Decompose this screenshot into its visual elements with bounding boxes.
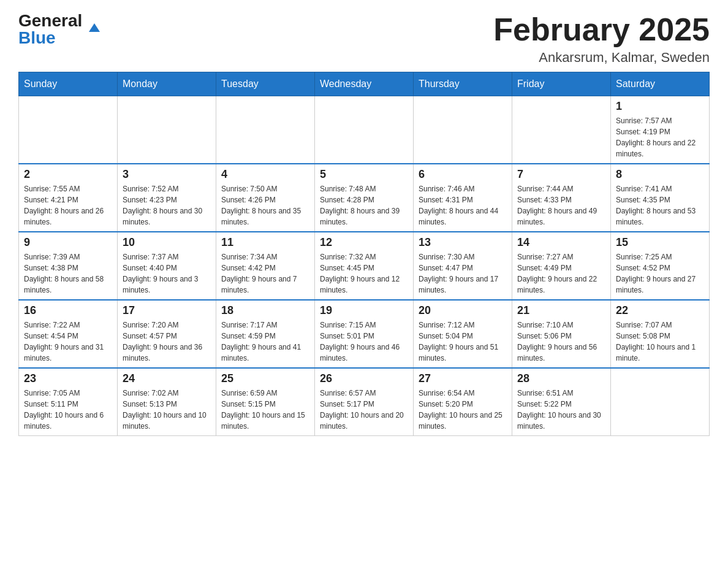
calendar-cell: 14Sunrise: 7:27 AMSunset: 4:49 PMDayligh… <box>512 232 611 300</box>
day-number: 14 <box>517 236 605 249</box>
day-info: Sunrise: 7:17 AMSunset: 4:59 PMDaylight:… <box>221 320 309 364</box>
page-header: General Blue February 2025 Ankarsrum, Ka… <box>18 12 710 66</box>
day-number: 16 <box>24 304 112 317</box>
day-number: 9 <box>24 236 112 249</box>
calendar-cell <box>512 96 611 164</box>
logo: General Blue <box>18 12 88 47</box>
calendar-cell: 3Sunrise: 7:52 AMSunset: 4:23 PMDaylight… <box>118 164 216 232</box>
calendar-cell: 11Sunrise: 7:34 AMSunset: 4:42 PMDayligh… <box>216 232 315 300</box>
logo-blue-text: Blue <box>18 29 56 47</box>
calendar-cell <box>216 96 315 164</box>
day-info: Sunrise: 6:51 AMSunset: 5:22 PMDaylight:… <box>517 388 605 432</box>
day-info: Sunrise: 7:30 AMSunset: 4:47 PMDaylight:… <box>419 251 507 296</box>
day-info: Sunrise: 7:41 AMSunset: 4:35 PMDaylight:… <box>616 183 704 228</box>
calendar-cell: 7Sunrise: 7:44 AMSunset: 4:33 PMDaylight… <box>512 164 611 232</box>
location-text: Ankarsrum, Kalmar, Sweden <box>493 50 710 66</box>
calendar-cell: 18Sunrise: 7:17 AMSunset: 4:59 PMDayligh… <box>216 300 315 368</box>
svg-marker-0 <box>89 23 100 32</box>
day-number: 3 <box>123 168 211 181</box>
day-number: 10 <box>123 236 211 249</box>
calendar-cell: 17Sunrise: 7:20 AMSunset: 4:57 PMDayligh… <box>118 300 216 368</box>
calendar-cell: 9Sunrise: 7:39 AMSunset: 4:38 PMDaylight… <box>19 232 118 300</box>
day-number: 12 <box>320 236 408 249</box>
calendar-cell: 23Sunrise: 7:05 AMSunset: 5:11 PMDayligh… <box>19 368 118 436</box>
day-info: Sunrise: 7:57 AMSunset: 4:19 PMDaylight:… <box>616 115 704 159</box>
day-number: 2 <box>24 168 112 181</box>
day-number: 8 <box>616 168 704 181</box>
day-number: 23 <box>24 372 112 385</box>
day-info: Sunrise: 7:25 AMSunset: 4:52 PMDaylight:… <box>616 251 704 296</box>
calendar-cell: 4Sunrise: 7:50 AMSunset: 4:26 PMDaylight… <box>216 164 315 232</box>
weekday-header-tuesday: Tuesday <box>216 72 315 96</box>
calendar-cell: 2Sunrise: 7:55 AMSunset: 4:21 PMDaylight… <box>19 164 118 232</box>
day-number: 17 <box>123 304 211 317</box>
calendar-cell: 8Sunrise: 7:41 AMSunset: 4:35 PMDaylight… <box>611 164 710 232</box>
calendar-cell: 27Sunrise: 6:54 AMSunset: 5:20 PMDayligh… <box>414 368 512 436</box>
day-info: Sunrise: 7:22 AMSunset: 4:54 PMDaylight:… <box>24 320 112 364</box>
calendar-cell: 22Sunrise: 7:07 AMSunset: 5:08 PMDayligh… <box>611 300 710 368</box>
day-info: Sunrise: 7:55 AMSunset: 4:21 PMDaylight:… <box>24 183 112 228</box>
day-info: Sunrise: 7:52 AMSunset: 4:23 PMDaylight:… <box>123 183 211 228</box>
day-number: 13 <box>419 236 507 249</box>
day-info: Sunrise: 7:39 AMSunset: 4:38 PMDaylight:… <box>24 251 112 296</box>
day-number: 6 <box>419 168 507 181</box>
day-number: 20 <box>419 304 507 317</box>
day-info: Sunrise: 6:59 AMSunset: 5:15 PMDaylight:… <box>221 388 309 432</box>
calendar-cell: 5Sunrise: 7:48 AMSunset: 4:28 PMDaylight… <box>315 164 414 232</box>
logo-triangle-icon <box>88 21 101 34</box>
weekday-header-row: SundayMondayTuesdayWednesdayThursdayFrid… <box>19 72 710 96</box>
day-number: 5 <box>320 168 408 181</box>
calendar-week-row: 1Sunrise: 7:57 AMSunset: 4:19 PMDaylight… <box>19 96 710 164</box>
calendar-cell <box>611 368 710 436</box>
calendar-cell <box>315 96 414 164</box>
calendar-cell: 19Sunrise: 7:15 AMSunset: 5:01 PMDayligh… <box>315 300 414 368</box>
day-info: Sunrise: 7:27 AMSunset: 4:49 PMDaylight:… <box>517 251 605 296</box>
day-number: 26 <box>320 372 408 385</box>
calendar-cell: 20Sunrise: 7:12 AMSunset: 5:04 PMDayligh… <box>414 300 512 368</box>
calendar-week-row: 2Sunrise: 7:55 AMSunset: 4:21 PMDaylight… <box>19 164 710 232</box>
day-number: 4 <box>221 168 309 181</box>
day-info: Sunrise: 7:44 AMSunset: 4:33 PMDaylight:… <box>517 183 605 228</box>
day-info: Sunrise: 7:05 AMSunset: 5:11 PMDaylight:… <box>24 388 112 432</box>
calendar-cell: 10Sunrise: 7:37 AMSunset: 4:40 PMDayligh… <box>118 232 216 300</box>
weekday-header-thursday: Thursday <box>414 72 512 96</box>
weekday-header-monday: Monday <box>118 72 216 96</box>
calendar-cell: 15Sunrise: 7:25 AMSunset: 4:52 PMDayligh… <box>611 232 710 300</box>
calendar-cell: 6Sunrise: 7:46 AMSunset: 4:31 PMDaylight… <box>414 164 512 232</box>
day-info: Sunrise: 6:54 AMSunset: 5:20 PMDaylight:… <box>419 388 507 432</box>
day-number: 19 <box>320 304 408 317</box>
day-number: 22 <box>616 304 704 317</box>
calendar-cell: 25Sunrise: 6:59 AMSunset: 5:15 PMDayligh… <box>216 368 315 436</box>
day-number: 1 <box>616 100 704 113</box>
day-info: Sunrise: 7:15 AMSunset: 5:01 PMDaylight:… <box>320 320 408 364</box>
day-number: 27 <box>419 372 507 385</box>
weekday-header-saturday: Saturday <box>611 72 710 96</box>
day-number: 11 <box>221 236 309 249</box>
day-info: Sunrise: 6:57 AMSunset: 5:17 PMDaylight:… <box>320 388 408 432</box>
title-section: February 2025 Ankarsrum, Kalmar, Sweden <box>493 12 710 66</box>
calendar-cell <box>19 96 118 164</box>
calendar-cell <box>414 96 512 164</box>
day-number: 24 <box>123 372 211 385</box>
weekday-header-sunday: Sunday <box>19 72 118 96</box>
day-info: Sunrise: 7:10 AMSunset: 5:06 PMDaylight:… <box>517 320 605 364</box>
weekday-header-friday: Friday <box>512 72 611 96</box>
day-info: Sunrise: 7:07 AMSunset: 5:08 PMDaylight:… <box>616 320 704 364</box>
calendar-cell: 12Sunrise: 7:32 AMSunset: 4:45 PMDayligh… <box>315 232 414 300</box>
calendar-cell <box>118 96 216 164</box>
calendar-cell: 26Sunrise: 6:57 AMSunset: 5:17 PMDayligh… <box>315 368 414 436</box>
calendar-cell: 16Sunrise: 7:22 AMSunset: 4:54 PMDayligh… <box>19 300 118 368</box>
calendar-cell: 24Sunrise: 7:02 AMSunset: 5:13 PMDayligh… <box>118 368 216 436</box>
day-info: Sunrise: 7:02 AMSunset: 5:13 PMDaylight:… <box>123 388 211 432</box>
day-number: 18 <box>221 304 309 317</box>
day-number: 15 <box>616 236 704 249</box>
calendar-week-row: 23Sunrise: 7:05 AMSunset: 5:11 PMDayligh… <box>19 368 710 436</box>
calendar-cell: 28Sunrise: 6:51 AMSunset: 5:22 PMDayligh… <box>512 368 611 436</box>
month-title: February 2025 <box>493 12 710 47</box>
day-info: Sunrise: 7:34 AMSunset: 4:42 PMDaylight:… <box>221 251 309 296</box>
day-info: Sunrise: 7:12 AMSunset: 5:04 PMDaylight:… <box>419 320 507 364</box>
day-info: Sunrise: 7:48 AMSunset: 4:28 PMDaylight:… <box>320 183 408 228</box>
day-number: 7 <box>517 168 605 181</box>
calendar-week-row: 9Sunrise: 7:39 AMSunset: 4:38 PMDaylight… <box>19 232 710 300</box>
day-info: Sunrise: 7:37 AMSunset: 4:40 PMDaylight:… <box>123 251 211 296</box>
